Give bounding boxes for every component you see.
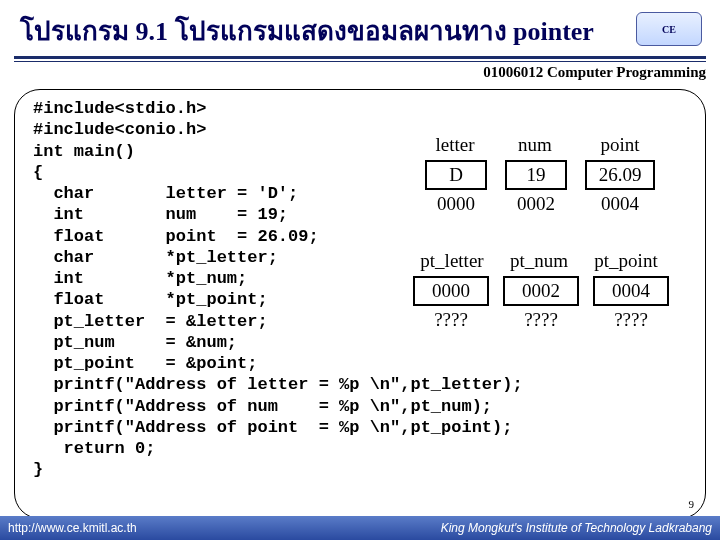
course-code: 01006012 Computer Programming (0, 62, 720, 85)
ptr-label-point: pt_point (581, 250, 671, 272)
institute-logo: CE (636, 12, 702, 46)
code-line: printf("Address of letter = %p \n",pt_le… (33, 375, 523, 394)
ptr-addr-point: ???? (593, 309, 669, 331)
code-line: float point = 26.09; (33, 227, 319, 246)
code-line: #include<conio.h> (33, 120, 206, 139)
footer-url: http://www.ce.kmitl.ac.th (8, 521, 137, 535)
slide-header: โปรแกรม 9.1 โปรแกรมแสดงขอมลผานทาง pointe… (0, 0, 720, 53)
code-line: char letter = 'D'; (33, 184, 298, 203)
page-number: 9 (689, 498, 695, 510)
ptr-label-num: pt_num (499, 250, 579, 272)
code-line: pt_point = &point; (33, 354, 257, 373)
var-addr-letter: 0000 (425, 193, 487, 215)
var-value-point: 26.09 (585, 160, 655, 190)
code-line: printf("Address of point = %p \n",pt_poi… (33, 418, 512, 437)
logo-text: CE (662, 24, 676, 35)
slide-footer: http://www.ce.kmitl.ac.th King Mongkut's… (0, 516, 720, 540)
var-label-letter: letter (425, 134, 485, 156)
ptr-value-point: 0004 (593, 276, 669, 306)
code-line: char *pt_letter; (33, 248, 278, 267)
code-line: float *pt_point; (33, 290, 268, 309)
code-line: return 0; (33, 439, 155, 458)
code-line: #include<stdio.h> (33, 99, 206, 118)
var-addr-point: 0004 (585, 193, 655, 215)
var-addr-num: 0002 (505, 193, 567, 215)
code-line: printf("Address of num = %p \n",pt_num); (33, 397, 492, 416)
content-frame: #include<stdio.h> #include<conio.h> int … (14, 89, 706, 519)
code-line: int main() (33, 142, 135, 161)
code-line: { (33, 163, 43, 182)
ptr-addr-num: ???? (503, 309, 579, 331)
ptr-label-letter: pt_letter (407, 250, 497, 272)
code-line: pt_num = &num; (33, 333, 237, 352)
ptr-value-num: 0002 (503, 276, 579, 306)
slide-title: โปรแกรม 9.1 โปรแกรมแสดงขอมลผานทาง pointe… (20, 17, 594, 46)
code-line: int *pt_num; (33, 269, 247, 288)
code-line: int num = 19; (33, 205, 288, 224)
code-line: } (33, 460, 43, 479)
var-value-num: 19 (505, 160, 567, 190)
divider-thick (14, 56, 706, 59)
ptr-value-letter: 0000 (413, 276, 489, 306)
ptr-addr-letter: ???? (413, 309, 489, 331)
var-label-num: num (505, 134, 565, 156)
footer-institute: King Mongkut's Institute of Technology L… (441, 521, 712, 535)
var-value-letter: D (425, 160, 487, 190)
var-label-point: point (585, 134, 655, 156)
code-line: pt_letter = &letter; (33, 312, 268, 331)
